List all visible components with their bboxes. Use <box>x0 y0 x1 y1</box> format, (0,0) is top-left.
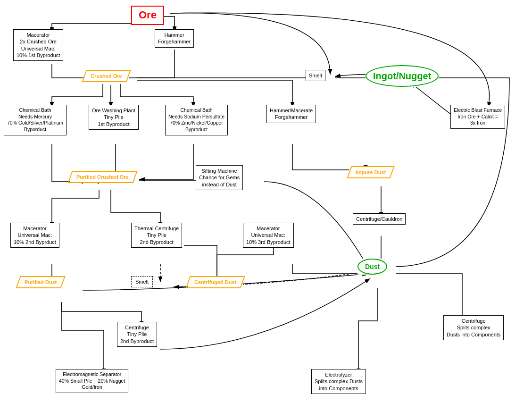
centrifuge-cauldron-node: Centrifuge/Cauldron <box>353 213 406 225</box>
electrolyzer-label: ElectrolyzerSplits complex Dustsinto Com… <box>311 369 366 394</box>
centrifuge-tiny-label: CentrifugeTiny Pile2nd Byproduct <box>117 322 157 347</box>
centrifuge-tiny-node: CentrifugeTiny Pile2nd Byproduct <box>117 322 157 347</box>
smelt1-label: Smelt <box>306 70 325 81</box>
macerator1-node: Macerator2x Crushed OreUniversal Mac:10%… <box>13 29 63 61</box>
crushed-ore-label: Crushed Ore <box>91 73 122 79</box>
centrifuge-cauldron-label: Centrifuge/Cauldron <box>353 213 406 225</box>
hammer-forge-node: HammerForgehammer <box>155 29 194 48</box>
ingot-nugget-node: Ingot/Nugget <box>366 65 439 87</box>
centrifuge-splits-label: CentrifugeSplits complexDusts into Compo… <box>443 315 504 340</box>
hammer-macerate-node: Hammer/MacerateForgehammer <box>266 105 316 123</box>
purified-crushed-label: Purified Crushed Ore <box>76 174 129 180</box>
smelt1-node: Smelt <box>306 70 325 81</box>
purified-crushed-node: Purified Crushed Ore <box>70 171 135 183</box>
ore-washing-label: Ore Washing PlantTiny Pile1st Byproduct <box>89 105 139 130</box>
chemical-bath2-label: Chemical BathNeeds Sodium Persulfate70% … <box>165 105 228 135</box>
smelt2-node: Smelt <box>131 276 153 287</box>
electromagnetic-label: Electromagnetic Separator40% Small Pile … <box>56 369 128 393</box>
purified-dust-label: Purified Dust <box>25 279 57 285</box>
macerator1-label: Macerator2x Crushed OreUniversal Mac:10%… <box>13 29 63 61</box>
thermal-centrifuge-label: Thermal CentrifugeTiny Pile2nd Byproduct <box>131 223 182 248</box>
macerator2-label: MaceratorUniversal Mac:10% 2nd Byprduct <box>10 223 59 248</box>
electrolyzer-node: ElectrolyzerSplits complex Dustsinto Com… <box>311 369 366 394</box>
hammer-forge-label: HammerForgehammer <box>155 29 194 48</box>
arrows-layer <box>0 0 532 411</box>
centrifuged-dust-label: Centrifuged Dust <box>194 279 236 285</box>
macerator2-node: MaceratorUniversal Mac:10% 2nd Byprduct <box>10 223 59 248</box>
chemical-bath2-node: Chemical BathNeeds Sodium Persulfate70% … <box>165 105 228 135</box>
ore-label: Ore <box>131 6 164 25</box>
thermal-centrifuge-node: Thermal CentrifugeTiny Pile2nd Byproduct <box>131 223 182 248</box>
sifting-machine-node: Sifting MachineChance for Gemsinstead of… <box>196 165 243 190</box>
sifting-machine-label: Sifting MachineChance for Gemsinstead of… <box>196 165 243 190</box>
chemical-bath1-label: Chemical BathNeeds Mercury70% Gold/Silve… <box>4 105 66 135</box>
diagram: Ore Macerator2x Crushed OreUniversal Mac… <box>0 0 532 411</box>
ore-node: Ore <box>131 6 164 25</box>
ore-washing-node: Ore Washing PlantTiny Pile1st Byproduct <box>89 105 139 130</box>
electromagnetic-node: Electromagnetic Separator40% Small Pile … <box>56 369 128 393</box>
centrifuged-dust-node: Centrifuged Dust <box>188 276 243 288</box>
purified-dust-node: Purified Dust <box>18 276 63 288</box>
electric-blast-label: Electric Blast FurnaceIron Ore + Calcit … <box>450 105 505 129</box>
impure-dust-label: Impure Dust <box>356 169 386 176</box>
dust-label: Dust <box>357 259 387 275</box>
macerator3-label: MaceratorUniversal Mac:10% 3rd Byproduct <box>243 223 294 248</box>
chemical-bath1-node: Chemical BathNeeds Mercury70% Gold/Silve… <box>4 105 66 135</box>
ingot-nugget-label: Ingot/Nugget <box>366 65 439 87</box>
crushed-ore-node: Crushed Ore <box>84 70 129 82</box>
electric-blast-node: Electric Blast FurnaceIron Ore + Calcit … <box>450 105 505 129</box>
hammer-macerate-label: Hammer/MacerateForgehammer <box>266 105 316 123</box>
centrifuge-splits-node: CentrifugeSplits complexDusts into Compo… <box>443 315 504 340</box>
smelt2-label: Smelt <box>131 276 153 287</box>
macerator3-node: MaceratorUniversal Mac:10% 3rd Byproduct <box>243 223 294 248</box>
impure-dust-node: Impure Dust <box>349 166 392 178</box>
dust-node: Dust <box>357 259 387 275</box>
